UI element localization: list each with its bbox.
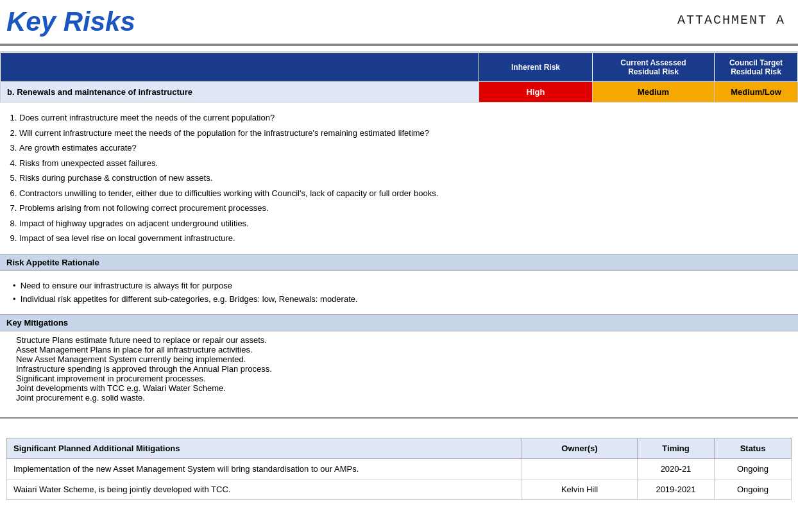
row-status: Ongoing [715,458,792,479]
bottom-table-header-row: Significant Planned Additional Mitigatio… [7,438,792,458]
row-timing: 2019-2021 [638,479,715,499]
risk-numbered-list: Does current infrastructure meet the nee… [13,106,792,250]
inherent-risk-header: Inherent Risk [479,53,593,82]
key-mitigations-heading: Key Mitigations [6,318,68,328]
key-mitigations-header: Key Mitigations [0,314,798,331]
bottom-table: Significant Planned Additional Mitigatio… [6,438,792,500]
bottom-col-timing: Timing [638,438,715,458]
current-assessed-header: Current AssessedResidual Risk [593,53,715,82]
mitigation-item: Asset Management Plans in place for all … [16,345,792,354]
list-item: • Individual risk appetites for differen… [13,292,792,306]
mitigation-item: Joint procurement e.g. solid waste. [16,393,792,403]
list-item: Does current infrastructure meet the nee… [19,110,792,126]
risk-item-row: b. Renewals and maintenance of infrastru… [1,82,798,103]
current-assessed-label: Current AssessedResidual Risk [620,58,686,76]
mitigation-item: New Asset Management System currently be… [16,354,792,364]
risk-appetite-list: • Need to ensure our infrastructure is a… [13,275,792,310]
inherent-risk-value: High [479,82,593,103]
current-risk-value: Medium [593,82,715,103]
risk-appetite-heading: Risk Appetite Rationale [6,258,99,267]
risk-appetite-header: Risk Appetite Rationale [0,254,798,271]
main-table: Inherent Risk Current AssessedResidual R… [0,53,798,103]
risk-desc-header [1,53,479,82]
list-item: Impact of highway upgrades on adjacent u… [19,216,792,231]
row-timing: 2020-21 [638,458,715,479]
table-row: Implementation of the new Asset Manageme… [7,458,792,479]
bottom-col-description: Significant Planned Additional Mitigatio… [7,438,522,458]
mitigation-item: Infrastructure spending is approved thro… [16,364,792,374]
header: Key Risks ATTACHMENT A [0,0,798,44]
mitigation-item: Structure Plans estimate future need to … [16,335,792,345]
key-mitigations-content: Structure Plans estimate future need to … [0,331,798,408]
bottom-col-owner: Owner(s) [522,438,638,458]
table-row: Waiari Water Scheme, is being jointly de… [7,479,792,499]
list-item: Impact of sea level rise on local govern… [19,231,792,246]
row-status: Ongoing [715,479,792,499]
list-item: Risks from unexpected asset failures. [19,156,792,171]
bottom-section: Significant Planned Additional Mitigatio… [0,417,798,500]
row-description: Waiari Water Scheme, is being jointly de… [7,479,522,499]
bottom-col-status: Status [715,438,792,458]
attachment-label: ATTACHMENT A [677,13,785,28]
risk-list-area: Does current infrastructure meet the nee… [0,103,798,254]
list-item: Are growth estimates accurate? [19,140,792,156]
council-target-header: Council TargetResidual Risk [715,53,798,82]
column-headers-row: Inherent Risk Current AssessedResidual R… [1,53,798,82]
list-item: • Need to ensure our infrastructure is a… [13,279,792,293]
risk-item-label: b. Renewals and maintenance of infrastru… [1,82,479,103]
list-item: Will current infrastructure meet the nee… [19,126,792,141]
list-item: Problems arising from not following corr… [19,201,792,216]
list-item: Contractors unwilling to tender, either … [19,186,792,201]
row-owner [522,458,638,479]
risk-appetite-content: • Need to ensure our infrastructure is a… [0,271,798,314]
page-wrapper: Key Risks ATTACHMENT A Inherent Risk Cur… [0,0,798,506]
mitigation-item: Significant improvement in procurement p… [16,374,792,383]
mitigation-item: Joint developments with TCC e.g. Waiari … [16,383,792,393]
council-target-value: Medium/Low [715,82,798,103]
page-title: Key Risks [6,6,135,37]
council-target-label: Council TargetResidual Risk [729,58,783,76]
list-item: Risks during purchase & construction of … [19,170,792,186]
row-description: Implementation of the new Asset Manageme… [7,458,522,479]
row-owner: Kelvin Hill [522,479,638,499]
